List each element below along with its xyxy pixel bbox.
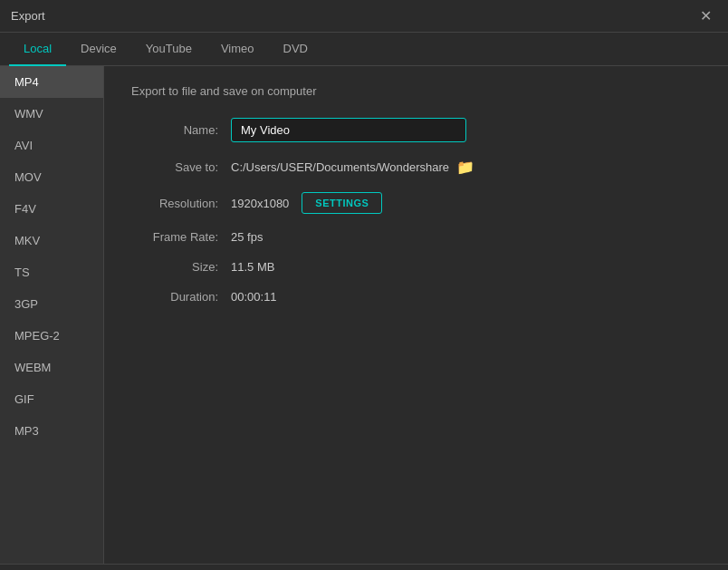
tab-dvd[interactable]: DVD [269,33,322,66]
format-sidebar: MP4 WMV AVI MOV F4V MKV TS 3GP MPEG-2 WE… [0,66,104,564]
close-button[interactable]: ✕ [694,7,717,25]
sidebar-item-3gp[interactable]: 3GP [0,288,103,320]
name-input[interactable] [231,118,466,142]
duration-value: 00:00:11 [231,290,277,304]
sidebar-item-webm[interactable]: WEBM [0,352,103,383]
frame-rate-row: Frame Rate: 25 fps [131,230,701,244]
save-to-label: Save to: [131,160,231,174]
resolution-row: Resolution: 1920x1080 SETTINGS [131,192,701,214]
name-row: Name: [131,118,701,142]
sidebar-item-mov[interactable]: MOV [0,161,103,193]
settings-button[interactable]: SETTINGS [302,192,382,214]
size-label: Size: [131,260,231,274]
size-value: 11.5 MB [231,260,274,274]
resolution-content: 1920x1080 SETTINGS [231,192,382,214]
name-label: Name: [131,123,231,137]
sidebar-item-wmv[interactable]: WMV [0,98,103,130]
title-bar: Export ✕ [0,0,728,33]
resolution-value: 1920x1080 [231,197,289,210]
sidebar-item-mp4[interactable]: MP4 [0,66,103,98]
sidebar-item-mp3[interactable]: MP3 [0,415,103,447]
tab-youtube[interactable]: YouTube [131,33,206,66]
save-to-path: C:/Users/USER/Documents/Wondershare [231,160,449,174]
sidebar-item-mkv[interactable]: MKV [0,225,103,256]
sidebar-item-ts[interactable]: TS [0,256,103,288]
frame-rate-value: 25 fps [231,230,263,244]
sidebar-item-f4v[interactable]: F4V [0,193,103,225]
frame-rate-label: Frame Rate: [131,230,231,244]
folder-icon[interactable]: 📁 [456,159,474,176]
save-to-content: C:/Users/USER/Documents/Wondershare 📁 [231,159,474,176]
sidebar-item-gif[interactable]: GIF [0,383,103,415]
main-content: MP4 WMV AVI MOV F4V MKV TS 3GP MPEG-2 WE… [0,66,728,564]
sidebar-item-mpeg2[interactable]: MPEG-2 [0,320,103,352]
bottom-bar: Enable GPU accelerated video encoding. E… [0,564,728,570]
tab-vimeo[interactable]: Vimeo [206,33,269,66]
tab-local[interactable]: Local [9,33,66,66]
resolution-label: Resolution: [131,197,231,210]
window-title: Export [11,9,45,23]
save-to-row: Save to: C:/Users/USER/Documents/Wonders… [131,159,701,176]
panel-subtitle: Export to file and save on computer [131,84,701,98]
duration-row: Duration: 00:00:11 [131,290,701,304]
size-row: Size: 11.5 MB [131,260,701,274]
tab-bar: Local Device YouTube Vimeo DVD [0,33,728,66]
tab-device[interactable]: Device [66,33,131,66]
duration-label: Duration: [131,290,231,304]
sidebar-item-avi[interactable]: AVI [0,130,103,161]
export-settings-panel: Export to file and save on computer Name… [104,66,728,564]
